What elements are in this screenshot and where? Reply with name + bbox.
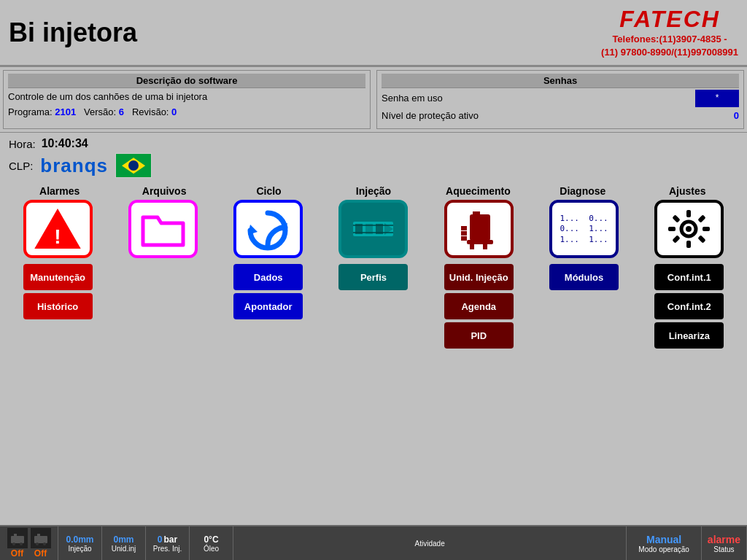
svg-rect-27 [673, 236, 681, 244]
off2-label: Off [34, 548, 47, 559]
sub-row-2: Histórico Apontador Agenda Conf.int.2 [7, 293, 740, 319]
aquecimento-machine-icon [455, 207, 503, 251]
clp-label: CLP: [9, 160, 33, 172]
conf-int-1-btn[interactable]: Conf.int.1 [654, 264, 724, 290]
agenda-btn[interactable]: Agenda [444, 293, 514, 319]
svg-point-35 [36, 542, 39, 545]
atividade-segment: Atividade [233, 526, 627, 560]
unid-injecao-btn[interactable]: Unid. Injeção [444, 264, 514, 290]
machine-icon-1 [7, 528, 28, 548]
injecao-segment: 0.0mm Injeção [58, 526, 102, 560]
conf-int-2-btn[interactable]: Conf.int.2 [654, 293, 724, 319]
desc-box: Descrição do software Controle de um dos… [3, 70, 371, 129]
time-section: Hora: 10:40:34 CLP: branqs [0, 133, 747, 182]
senhas-box: Senhas Senha em uso * Nível de proteção … [376, 70, 744, 129]
pres-inj-label: Pres. Inj. [153, 545, 182, 553]
svg-rect-18 [483, 244, 487, 249]
svg-point-32 [20, 542, 23, 545]
nivel-row: Nível de proteção ativo 0 [382, 107, 739, 124]
icon-row: ! [7, 200, 740, 258]
diagnose-text: 1... 0... 0... 1... 1... 1... [560, 214, 608, 245]
off1-label: Off [11, 548, 23, 559]
pres-inj-val: 0 [158, 534, 163, 545]
injecao-label: Injeção [68, 545, 91, 553]
svg-rect-15 [473, 211, 480, 216]
clp-row: CLP: branqs [9, 153, 738, 178]
revisao-label: Revisão: [132, 106, 169, 117]
svg-point-31 [12, 542, 15, 545]
brand-block: FATECH Telefones:(11)3907-4835 - (11) 97… [601, 6, 738, 59]
folder-icon [139, 207, 187, 251]
sub-row-1: Manutenção Dados Perfis Unid. Injeção Mó… [7, 264, 740, 290]
svg-rect-33 [34, 536, 47, 543]
svg-rect-21 [686, 210, 691, 217]
svg-rect-12 [461, 236, 467, 241]
oleo-segment: 0°C Óleo [190, 526, 233, 560]
header: Bi injetora FATECH Telefones:(11)3907-48… [0, 0, 747, 66]
pid-btn[interactable]: PID [444, 322, 514, 349]
injecao-icon-btn[interactable] [338, 200, 408, 258]
senhas-content: Senha em uso * Nível de proteção ativo 0 [382, 88, 739, 125]
svg-rect-28 [698, 215, 706, 223]
nav-label-ciclo: Ciclo [234, 185, 303, 197]
oleo-label: Óleo [204, 545, 219, 553]
modulos-btn[interactable]: Módulos [549, 264, 619, 290]
dados-btn[interactable]: Dados [233, 264, 303, 290]
status-val: alarme [708, 534, 740, 545]
nivel-val: 0 [734, 107, 739, 124]
programa-label: Programa: [8, 106, 53, 117]
brand-name: FATECH [601, 6, 738, 33]
nivel-label: Nível de proteção ativo [382, 107, 479, 124]
svg-rect-14 [461, 226, 467, 230]
desc-content: Controle de um dos canhões de uma bi inj… [8, 88, 365, 122]
aquecimento-icon-btn[interactable] [444, 200, 514, 258]
versao-label: Versão: [84, 106, 116, 117]
brazil-diamond [122, 158, 145, 174]
modo-segment: Manual Modo operação [627, 526, 702, 560]
apontador-btn[interactable]: Apontador [233, 293, 303, 319]
svg-rect-17 [470, 244, 474, 249]
unid-inj-segment: 0mm Unid.inj [102, 526, 146, 560]
ajustes-icon-btn[interactable] [654, 200, 724, 258]
diagnose-icon-btn[interactable]: 1... 0... 0... 1... 1... 1... [549, 200, 619, 258]
nav-label-ajustes: Ajustes [653, 185, 722, 197]
programa-val: 2101 [55, 106, 76, 117]
svg-rect-13 [461, 231, 467, 236]
senha-input[interactable]: * [695, 90, 739, 107]
unid-inj-label: Unid.inj [112, 545, 136, 553]
recycle-icon [244, 207, 292, 251]
svg-rect-24 [703, 227, 710, 231]
nav-label-diagnose: Diagnose [548, 185, 617, 197]
ciclo-icon-btn[interactable] [233, 200, 303, 258]
atividade-label: Atividade [415, 540, 445, 548]
gear-settings-icon [665, 207, 713, 251]
alarmes-icon-btn[interactable]: ! [23, 200, 93, 258]
senha-em-uso-row: Senha em uso * [382, 90, 739, 107]
perfis-btn[interactable]: Perfis [338, 264, 408, 290]
modo-val: Manual [646, 534, 681, 545]
nav-label-alarmes: Alarmes [25, 185, 94, 197]
svg-rect-26 [698, 236, 706, 244]
brand-phone2: (11) 97800-8990/(11)997008991 [601, 46, 738, 59]
desc-title: Descrição do software [8, 74, 365, 88]
svg-rect-25 [673, 215, 681, 223]
warning-triangle-icon: ! [34, 207, 82, 251]
brazil-circle [128, 160, 139, 171]
injection-icon [349, 207, 397, 251]
page-title: Bi injetora [9, 18, 137, 48]
historico-btn[interactable]: Histórico [23, 293, 93, 319]
svg-rect-22 [686, 241, 691, 248]
sub-button-rows: Manutenção Dados Perfis Unid. Injeção Mó… [7, 264, 740, 349]
pres-inj-segment: 0 bar Pres. Inj. [146, 526, 190, 560]
hora-val: 10:40:34 [42, 137, 88, 150]
senhas-title: Senhas [382, 74, 739, 88]
hora-label: Hora: [9, 138, 36, 150]
arquivos-icon-btn[interactable] [128, 200, 198, 258]
nav-label-aquecimento: Aquecimento [444, 185, 513, 197]
status-bar: Off Off 0.0mm Injeção 0mm Unid.inj 0 bar… [0, 525, 747, 560]
desc-line2: Programa: 2101 Versão: 6 Revisão: 0 [8, 105, 365, 120]
lineariza-btn[interactable]: Lineariza [654, 322, 724, 349]
status-segment: alarme Status [702, 526, 747, 560]
svg-marker-2 [248, 225, 258, 235]
manutencao-btn[interactable]: Manutenção [23, 264, 93, 290]
